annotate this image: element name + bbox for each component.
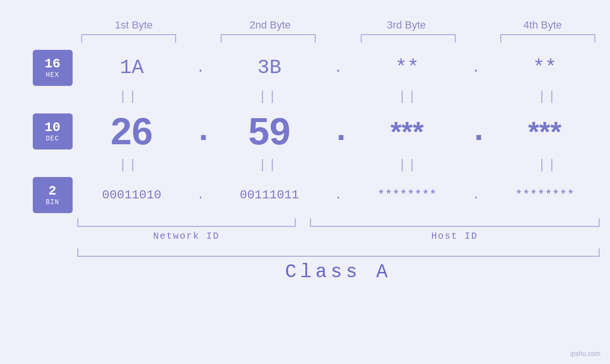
eq1-b1: || [81, 89, 176, 104]
byte2-header: 2nd Byte [218, 19, 322, 31]
bin-byte4: ******** [497, 188, 592, 202]
hex-byte4: ** [497, 56, 592, 79]
bin-dot3: . [469, 189, 483, 202]
dec-dot1: . [194, 108, 208, 155]
hex-byte3: ** [360, 56, 455, 79]
byte1-header: 1st Byte [82, 19, 186, 31]
byte1-bracket [81, 34, 176, 43]
byte3-bracket [361, 34, 456, 43]
hex-dot1: . [194, 61, 208, 75]
eq1-b4: || [500, 89, 595, 104]
network-id-label: Network ID [77, 231, 296, 242]
hex-byte1: 1A [84, 56, 179, 79]
byte4-header: 4th Byte [490, 19, 595, 31]
eq2-b3: || [361, 158, 456, 172]
hex-dot3: . [469, 61, 483, 75]
bin-byte1: 00011010 [84, 188, 179, 202]
bin-byte3: ******** [360, 188, 455, 202]
eq2-b2: || [221, 158, 316, 172]
network-id-bracket [77, 218, 296, 227]
dec-byte2: 59 [222, 110, 317, 153]
byte2-bracket [221, 34, 316, 43]
outer-bracket [77, 248, 600, 257]
eq1-b2: || [221, 89, 316, 104]
bin-badge: 2 BIN [33, 177, 73, 213]
host-id-bracket [310, 218, 600, 227]
dec-byte1: 26 [84, 110, 179, 153]
host-id-label: Host ID [310, 231, 600, 242]
class-a-label: Class A [77, 261, 600, 283]
byte3-header: 3rd Byte [354, 19, 459, 31]
eq2-b1: || [81, 158, 176, 172]
eq1-b3: || [361, 89, 456, 104]
bin-dot2: . [331, 189, 346, 202]
bin-byte2: 00111011 [222, 188, 317, 202]
byte4-bracket [500, 34, 595, 43]
hex-badge: 16 HEX [33, 50, 73, 86]
eq2-b4: || [500, 158, 595, 172]
hex-byte2: 3B [222, 56, 317, 79]
dec-badge: 10 DEC [33, 113, 73, 149]
dec-byte4: *** [497, 115, 592, 148]
hex-dot2: . [331, 61, 346, 75]
bin-dot1: . [194, 189, 208, 202]
main-container: 1st Byte 2nd Byte 3rd Byte 4th Byte 16 H… [0, 0, 610, 364]
watermark: ipshu.com [570, 350, 601, 357]
dec-byte3: *** [360, 115, 455, 148]
dec-dot3: . [469, 108, 483, 155]
dec-dot2: . [331, 108, 346, 155]
